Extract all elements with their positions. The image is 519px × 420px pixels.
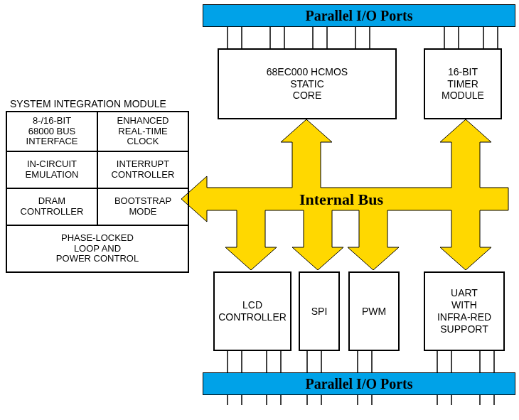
pins-top — [203, 27, 515, 48]
io-ports-bottom-label: Parallel I/O Ports — [305, 376, 412, 392]
core-label: 68EC000 HCMOS STATIC CORE — [267, 66, 348, 102]
timer-label: 16-BIT TIMER MODULE — [442, 66, 484, 102]
core-block: 68EC000 HCMOS STATIC CORE — [218, 48, 397, 119]
io-ports-top: Parallel I/O Ports — [203, 4, 515, 27]
sim-pll: PHASE-LOCKED LOOP AND POWER CONTROL — [6, 225, 188, 272]
pwm-block: PWM — [348, 271, 400, 351]
spi-label: SPI — [311, 306, 328, 318]
sim-bus-if: 8-/16-BIT 68000 BUS INTERFACE — [6, 112, 97, 151]
timer-block: 16-BIT TIMER MODULE — [424, 48, 502, 119]
pins-bottom-outer — [203, 395, 515, 405]
uart-block: UART WITH INFRA-RED SUPPORT — [424, 271, 505, 351]
sim-rtc: ENHANCED REAL-TIME CLOCK — [97, 112, 188, 151]
svg-marker-12 — [181, 119, 508, 270]
sim-boot: BOOTSTRAP MODE — [97, 188, 188, 225]
sim-title: SYSTEM INTEGRATION MODULE — [10, 98, 166, 109]
pins-bottom — [203, 351, 515, 372]
spi-block: SPI — [299, 271, 340, 351]
io-ports-top-label: Parallel I/O Ports — [305, 8, 412, 24]
lcd-label: LCD CONTROLLER — [218, 299, 287, 323]
sim-dram: DRAM CONTROLLER — [6, 188, 97, 225]
sim-ice: IN-CIRCUIT EMULATION — [6, 151, 97, 188]
lcd-block: LCD CONTROLLER — [213, 271, 291, 351]
sim-table: 8-/16-BIT 68000 BUS INTERFACE ENHANCED R… — [6, 111, 189, 273]
sim-intc: INTERRUPT CONTROLLER — [97, 151, 188, 188]
pwm-label: PWM — [362, 306, 386, 318]
uart-label: UART WITH INFRA-RED SUPPORT — [437, 287, 491, 335]
io-ports-bottom: Parallel I/O Ports — [203, 372, 515, 395]
internal-bus — [181, 119, 519, 270]
